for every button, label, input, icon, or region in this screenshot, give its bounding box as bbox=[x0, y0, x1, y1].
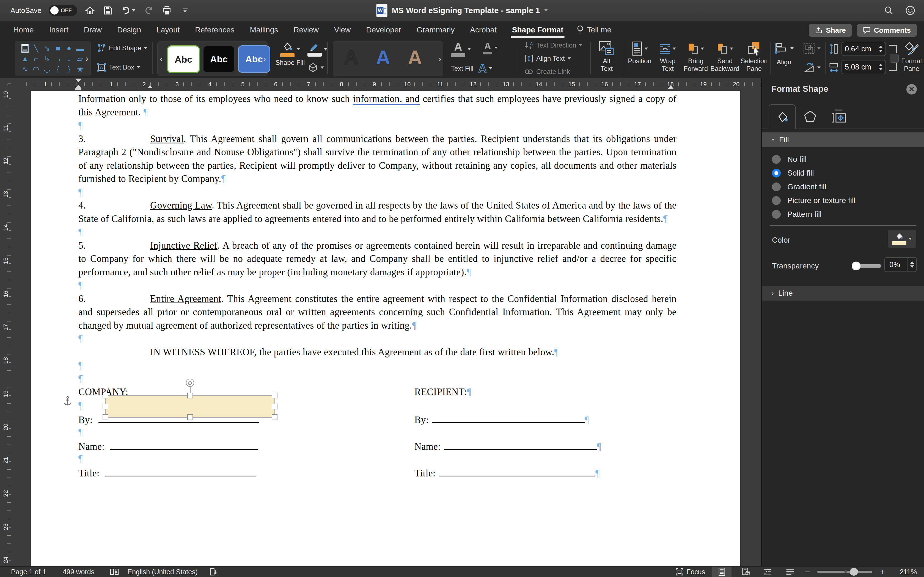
view-draft[interactable] bbox=[783, 567, 798, 577]
rotate-button[interactable] bbox=[803, 61, 821, 74]
shape-effects-button[interactable] bbox=[307, 62, 324, 73]
selection-pane-button[interactable]: SelectionPane bbox=[741, 40, 767, 73]
tab-design[interactable]: Design bbox=[110, 21, 149, 39]
text-box-button[interactable]: A Text Box bbox=[97, 63, 140, 72]
print-icon[interactable] bbox=[162, 5, 173, 16]
shape-outline-button[interactable] bbox=[307, 42, 327, 56]
tab-references[interactable]: References bbox=[187, 21, 242, 39]
page-indicator[interactable]: Page 1 of 1 bbox=[11, 568, 46, 576]
view-outline[interactable] bbox=[761, 567, 775, 577]
shape-style-black[interactable]: Abc bbox=[203, 45, 235, 73]
shape-glyph-icon[interactable]: ↳ bbox=[44, 55, 50, 63]
home-icon[interactable] bbox=[84, 5, 95, 16]
shape-glyph-icon[interactable]: ⌐ bbox=[34, 55, 38, 63]
option-picture-texture-fill[interactable]: Picture or texture fill bbox=[772, 195, 855, 206]
shape-glyph-icon[interactable]: ∿ bbox=[22, 66, 28, 73]
wrap-text-button[interactable]: WrapText bbox=[654, 40, 681, 73]
comments-button[interactable]: Comments bbox=[857, 24, 917, 37]
alt-text-button[interactable]: AltText bbox=[593, 40, 620, 73]
tell-me-button[interactable]: Tell me bbox=[571, 25, 617, 35]
tab-draw[interactable]: Draw bbox=[76, 21, 110, 39]
spellcheck-icon[interactable] bbox=[110, 568, 119, 576]
pane-tab-layout-properties[interactable] bbox=[826, 105, 852, 129]
shape-handle-sw[interactable] bbox=[103, 414, 108, 420]
zoom-slider[interactable] bbox=[817, 571, 872, 573]
transparency-stepper[interactable] bbox=[908, 258, 916, 271]
name-line-right[interactable] bbox=[444, 439, 597, 450]
by-line-right[interactable] bbox=[432, 412, 585, 423]
autosave-toggle[interactable]: OFF bbox=[48, 5, 77, 16]
fill-section-header[interactable]: Fill bbox=[762, 132, 924, 147]
wordart-scroll-right-icon[interactable]: › bbox=[438, 53, 441, 64]
text-fill-button[interactable]: A bbox=[451, 41, 471, 57]
option-gradient-fill[interactable]: Gradient fill bbox=[772, 181, 826, 192]
view-web-layout[interactable] bbox=[739, 567, 753, 577]
shape-glyph-icon[interactable]: ▤ bbox=[21, 44, 29, 53]
language-indicator[interactable]: English (United States) bbox=[127, 568, 198, 576]
zoom-slider-thumb[interactable] bbox=[850, 568, 858, 575]
feedback-smiley-icon[interactable] bbox=[905, 5, 916, 16]
shape-handle-se[interactable] bbox=[272, 414, 278, 420]
align-button[interactable]: Align bbox=[774, 42, 794, 66]
insert-shapes-gallery[interactable]: ▤╲↘■●▬▲⌐↳→↓▱∿◠◡{}★ › bbox=[15, 41, 91, 76]
line-section-header[interactable]: › Line bbox=[762, 286, 924, 301]
pane-tab-effects[interactable] bbox=[797, 105, 823, 129]
shape-glyph-icon[interactable]: ◡ bbox=[44, 66, 50, 73]
pane-tab-fill-line[interactable] bbox=[769, 105, 796, 129]
styles-scroll-right-icon[interactable]: › bbox=[263, 53, 266, 64]
title-line-right[interactable] bbox=[439, 466, 595, 476]
option-pattern-fill[interactable]: Pattern fill bbox=[772, 209, 822, 220]
tab-acrobat[interactable]: Acrobat bbox=[462, 21, 504, 39]
shape-glyph-icon[interactable]: ■ bbox=[56, 45, 60, 52]
tab-layout[interactable]: Layout bbox=[149, 21, 187, 39]
transparency-slider[interactable] bbox=[853, 264, 881, 268]
text-effects-button[interactable]: A bbox=[478, 63, 492, 74]
transparency-value-field[interactable]: 0% bbox=[884, 257, 917, 272]
wordart-style-blue[interactable]: A bbox=[376, 48, 390, 67]
right-indent-marker[interactable] bbox=[668, 85, 674, 89]
shape-handle-e[interactable] bbox=[272, 404, 278, 409]
pane-close-icon[interactable]: ✕ bbox=[906, 84, 917, 95]
shape-height-field[interactable]: 0,64 cm bbox=[842, 42, 886, 56]
format-pane-button[interactable]: FormatPane bbox=[900, 40, 924, 73]
styles-scroll-left-icon[interactable]: ‹ bbox=[160, 53, 163, 64]
zoom-out-button[interactable]: − bbox=[804, 569, 810, 575]
option-solid-fill[interactable]: Solid fill bbox=[772, 168, 814, 179]
bring-forward-button[interactable]: BringForward bbox=[683, 40, 709, 73]
shape-glyph-icon[interactable]: ↓ bbox=[67, 55, 71, 63]
hanging-indent-marker[interactable] bbox=[75, 85, 81, 90]
track-changes-icon[interactable] bbox=[209, 568, 217, 576]
height-stepper[interactable] bbox=[879, 46, 883, 52]
text-outline-button[interactable]: A bbox=[483, 41, 498, 55]
tab-insert[interactable]: Insert bbox=[42, 21, 76, 39]
document-text[interactable]: Information only to those of its employe… bbox=[78, 92, 677, 479]
wordart-style-tan[interactable]: A bbox=[408, 48, 422, 67]
tab-grammarly[interactable]: Grammarly bbox=[409, 21, 462, 39]
word-count[interactable]: 499 words bbox=[63, 568, 94, 576]
zoom-in-button[interactable]: + bbox=[879, 569, 885, 575]
shape-glyph-icon[interactable]: ● bbox=[67, 45, 71, 52]
zoom-level[interactable]: 211% bbox=[892, 568, 917, 576]
shape-width-field[interactable]: 5,08 cm bbox=[842, 60, 886, 74]
selected-signature-shape[interactable] bbox=[105, 395, 275, 418]
title-line-left[interactable] bbox=[105, 466, 256, 476]
document-page[interactable]: Information only to those of its employe… bbox=[31, 91, 740, 567]
fill-color-button[interactable] bbox=[888, 230, 916, 248]
tab-stop-selector[interactable]: ⌐ bbox=[0, 78, 19, 91]
save-icon[interactable] bbox=[103, 5, 113, 16]
align-text-button[interactable]: Align Text bbox=[524, 54, 571, 63]
width-stepper[interactable] bbox=[879, 64, 883, 70]
shape-glyph-icon[interactable]: { bbox=[57, 66, 59, 73]
send-backward-button[interactable]: SendBackward bbox=[712, 40, 738, 73]
toolbar-overflow-icon[interactable] bbox=[179, 5, 191, 16]
rotation-handle[interactable] bbox=[186, 379, 194, 387]
search-icon[interactable] bbox=[883, 5, 894, 16]
option-no-fill[interactable]: No fill bbox=[772, 154, 806, 165]
vertical-ruler[interactable]: 101112131415161718192021222324 bbox=[0, 91, 19, 567]
view-print-layout[interactable] bbox=[712, 567, 732, 577]
tab-home[interactable]: Home bbox=[5, 21, 42, 39]
focus-button[interactable]: Focus bbox=[675, 568, 705, 576]
shape-glyph-icon[interactable]: ╲ bbox=[34, 45, 38, 52]
shape-handle-n[interactable] bbox=[187, 393, 193, 398]
lock-aspect-icon[interactable] bbox=[890, 54, 899, 63]
